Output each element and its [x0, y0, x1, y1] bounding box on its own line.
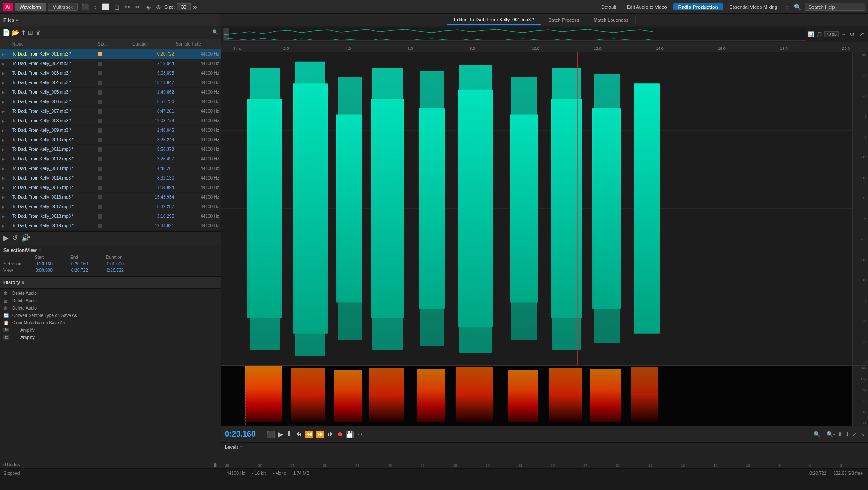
- spot-heal-icon[interactable]: ⊕: [154, 3, 163, 11]
- history-item[interactable]: 🗑Delete Audio: [0, 297, 221, 304]
- sv-view-duration[interactable]: 0:20.722: [106, 268, 145, 273]
- file-row[interactable]: ▶ To Dad, From Kelly_0010.mp3 * 3:25.244…: [0, 135, 221, 145]
- col-name[interactable]: Name: [12, 42, 98, 46]
- brush-icon[interactable]: ◈: [144, 3, 152, 11]
- workspace-essential-video[interactable]: Essential Video Mixing: [725, 3, 781, 10]
- zoom-in-time-button[interactable]: 🔍+: [813, 431, 824, 438]
- expand-icon[interactable]: ⤢: [858, 31, 866, 38]
- file-row[interactable]: ▶ To Dad, From Kelly_007.mp3 * 8:47.281 …: [0, 107, 221, 116]
- col-samplerate[interactable]: Sample Rate: [176, 42, 219, 46]
- workspace-edit-audio[interactable]: Edit Audio to Video: [622, 3, 671, 10]
- move-tool-icon[interactable]: ⬛: [79, 3, 90, 11]
- file-row[interactable]: ▶ To Dad, From Kelly_003.mp3 * 9:03.895 …: [0, 69, 221, 78]
- col-duration[interactable]: Duration: [132, 42, 176, 46]
- save-loop-button[interactable]: 💾: [345, 430, 354, 438]
- tab-editor[interactable]: Editor: To Dad, From Kelly_001.mp3 *: [447, 15, 541, 25]
- time-selection-icon[interactable]: ↕: [92, 3, 99, 11]
- sv-selection-start[interactable]: 0:20.160: [35, 261, 69, 267]
- delete-file-icon[interactable]: 🗑: [35, 29, 41, 36]
- lasso-icon[interactable]: ◻: [113, 3, 122, 11]
- loop-toggle-button[interactable]: ↔: [357, 430, 364, 438]
- extract-icon[interactable]: ⬆: [21, 29, 26, 36]
- file-duration: 8:32.287: [132, 204, 176, 209]
- search-magnifier-icon[interactable]: 🔍: [792, 3, 803, 10]
- levels-menu-icon[interactable]: ≡: [240, 444, 243, 449]
- multitrack-mode-button[interactable]: Multitrack: [48, 3, 78, 11]
- file-sample-rate: 44100 Hz: [176, 71, 219, 75]
- tab-match[interactable]: Match Loudness: [586, 16, 636, 24]
- hz-label-10k: 10k: [855, 377, 866, 381]
- automate-icon[interactable]: ⊞: [28, 29, 33, 36]
- history-item[interactable]: 📋Clear Metadata on Save As: [0, 319, 221, 327]
- history-item[interactable]: 🗑Delete Audio: [0, 304, 221, 312]
- sv-view-end[interactable]: 0:20.722: [70, 268, 105, 273]
- history-menu-icon[interactable]: ≡: [22, 280, 24, 285]
- zoom-in-amp-button[interactable]: ⬆: [838, 431, 842, 438]
- history-item[interactable]: fxAmplify: [0, 327, 221, 334]
- file-row[interactable]: ▶ To Dad, From Kelly_006.mp3 * 8:57.730 …: [0, 97, 221, 107]
- file-row[interactable]: ▶ To Dad, From Kelly_008.mp3 * 12:03.774…: [0, 116, 221, 126]
- settings-icon[interactable]: ⚙: [848, 31, 857, 38]
- stop-button[interactable]: ⬛: [266, 430, 275, 438]
- workspace-menu-icon[interactable]: ≡: [783, 3, 790, 10]
- file-row[interactable]: ▶ To Dad, From Kelly_0017.mp3 * 8:32.287…: [0, 202, 221, 212]
- zoom-fit-button[interactable]: ⤢: [852, 431, 857, 438]
- sv-selection-duration[interactable]: 0:00.000: [106, 261, 145, 267]
- search-input[interactable]: [805, 3, 865, 11]
- volume-button[interactable]: 🔊: [21, 234, 30, 242]
- waveform-mode-button[interactable]: Waveform: [15, 3, 46, 11]
- size-input[interactable]: [177, 3, 191, 10]
- file-row[interactable]: ▶ To Dad, From Kelly_009.mp3 * 2:48.045 …: [0, 126, 221, 135]
- file-row[interactable]: ▶ To Dad, From Kelly_0015.mp3 * 11:04.89…: [0, 183, 221, 193]
- loop-region-icon[interactable]: ↔: [841, 31, 846, 37]
- svg-rect-17: [459, 65, 492, 353]
- file-row[interactable]: ▶ To Dad, From Kelly_004.mp3 * 15:11.647…: [0, 78, 221, 88]
- zoom-out-amp-button[interactable]: ⬇: [845, 431, 850, 438]
- history-item[interactable]: fxAmplify: [0, 334, 221, 341]
- razor-icon[interactable]: ✂: [123, 3, 132, 11]
- file-row[interactable]: ▶ To Dad, From Kelly_001.mp3 * 0:20.722 …: [0, 49, 221, 59]
- sv-menu-icon[interactable]: ≡: [39, 248, 41, 252]
- workspace-radio-production[interactable]: Radio Production: [673, 3, 723, 10]
- file-search-icon[interactable]: 🔍: [212, 29, 218, 35]
- open-file-icon[interactable]: 📂: [12, 29, 19, 36]
- forward-button[interactable]: ⏩: [316, 430, 325, 438]
- history-clear-icon[interactable]: 🗑: [213, 462, 217, 467]
- zoom-out-time-button[interactable]: 🔍-: [826, 431, 835, 438]
- waveform-area[interactable]: dB -1 -3 -6 -9 -12 -15 -21 -∞ -21 -15 -1…: [221, 52, 868, 365]
- play-button[interactable]: ▶: [3, 234, 9, 242]
- file-row[interactable]: ▶ To Dad, From Kelly_0016.mp3 * 15:43.93…: [0, 193, 221, 202]
- files-menu-icon[interactable]: ≡: [16, 17, 19, 22]
- file-duration: 12:03.774: [132, 118, 176, 123]
- col-status[interactable]: Sta...: [98, 42, 132, 46]
- loop-button[interactable]: ↺: [12, 234, 18, 242]
- gain-button[interactable]: +0 dB: [824, 31, 839, 37]
- history-item[interactable]: 🔄Convert Sample Type on Save As: [0, 312, 221, 319]
- marquee-icon[interactable]: ⬜: [100, 3, 111, 11]
- zoom-full-button[interactable]: ⤡: [860, 431, 865, 438]
- sv-selection-end[interactable]: 0:20.160: [70, 261, 105, 267]
- goto-end-button[interactable]: ⏭: [327, 430, 334, 438]
- file-row[interactable]: ▶ To Dad, From Kelly_0014.mp3 * 8:32.130…: [0, 173, 221, 183]
- history-item[interactable]: 🗑Delete Audio: [0, 290, 221, 297]
- file-row[interactable]: ▶ To Dad, From Kelly_0018.mp3 * 3:18.295…: [0, 212, 221, 221]
- history-item-label: Delete Audio: [12, 291, 37, 296]
- tab-batch[interactable]: Batch Process: [541, 16, 586, 24]
- goto-start-button[interactable]: ⏮: [295, 430, 302, 438]
- rewind-button[interactable]: ⏪: [305, 430, 313, 438]
- file-row[interactable]: ▶ To Dad, From Kelly_0013.mp3 * 4:48.261…: [0, 164, 221, 173]
- file-row[interactable]: ▶ To Dad, From Kelly_0012.mp3 * 3:26.497…: [0, 154, 221, 164]
- file-row[interactable]: ▶ To Dad, From Kelly_005.mp3 * 1:49.662 …: [0, 88, 221, 97]
- record-button[interactable]: ⏺: [337, 431, 343, 438]
- ruler-label: 18.0: [780, 46, 788, 51]
- svg-rect-35: [590, 369, 621, 422]
- play-pause-button[interactable]: ▶: [278, 430, 283, 438]
- sv-view-start[interactable]: 0:00.000: [35, 268, 69, 273]
- pause-button[interactable]: ⏸: [286, 430, 293, 438]
- file-row[interactable]: ▶ To Dad, From Kelly_0011.mp3 * 5:58.373…: [0, 145, 221, 154]
- new-file-icon[interactable]: 📄: [3, 29, 10, 36]
- pencil-icon[interactable]: ✏: [134, 3, 142, 11]
- workspace-default[interactable]: Default: [597, 3, 621, 10]
- file-row[interactable]: ▶ To Dad, From Kelly_002.mp3 * 12:19.944…: [0, 59, 221, 69]
- file-row[interactable]: ▶ To Dad, From Kelly_0019.mp3 * 12:31.62…: [0, 221, 221, 231]
